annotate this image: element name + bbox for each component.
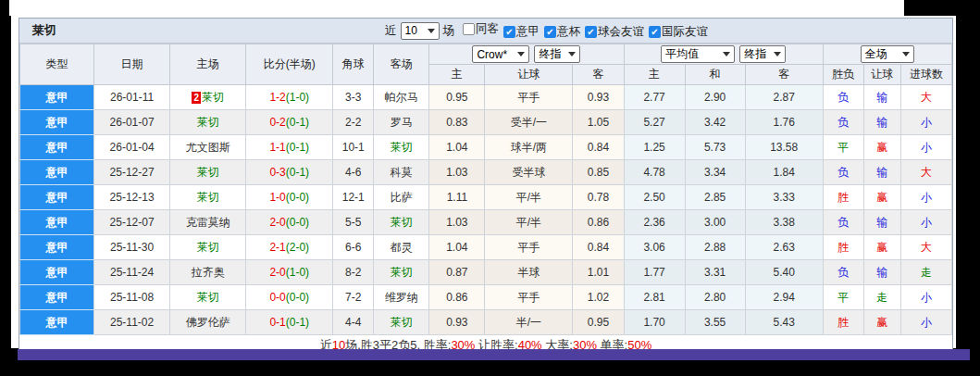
euro-home-odds: 4.78 <box>624 160 685 185</box>
score-cell: 0-2(0-1) <box>246 110 333 135</box>
asian-handicap: 平手 <box>485 85 573 110</box>
subcol-euro-home: 主 <box>624 65 685 85</box>
scope-select[interactable]: 全场 <box>861 45 914 63</box>
checkbox-unchecked-icon[interactable] <box>463 23 475 35</box>
filter-checkbox-item: ✔意杯 <box>544 24 580 40</box>
euro-away-odds: 3.38 <box>745 210 823 235</box>
result-wdl: 负 <box>823 110 863 135</box>
score-cell: 2-1(2-0) <box>246 235 333 260</box>
bookmaker-select-value: Crow* <box>477 48 507 61</box>
euro-away-odds: 2.94 <box>745 285 823 310</box>
asian-handicap: 受半/一 <box>485 110 573 135</box>
away-team-cell: 比萨 <box>374 185 429 210</box>
league-cell: 意甲 <box>20 185 94 210</box>
home-team-name: 拉齐奥 <box>192 266 225 279</box>
fulltime-score: 2-0 <box>269 266 285 279</box>
away-team-cell: 帕尔马 <box>374 85 429 110</box>
fulltime-score: 2-1 <box>269 241 285 254</box>
home-team-name: 尤文图斯 <box>186 141 230 154</box>
away-team-cell: 莱切 <box>374 210 429 235</box>
score-cell: 0-0(0-0) <box>246 285 333 310</box>
score-cell: 0-1(0-1) <box>246 310 333 335</box>
asian-handicap: 平/半 <box>485 210 573 235</box>
euro-final-select[interactable]: 终指 <box>739 45 786 63</box>
result-handicap: 输 <box>863 160 900 185</box>
checkbox-checked-icon[interactable]: ✔ <box>503 26 515 38</box>
asian-home-odds: 0.95 <box>429 85 485 110</box>
match-row: 意甲26-01-07莱切0-2(0-1)2-2罗马0.83受半/一1.055.2… <box>20 110 952 135</box>
asian-away-odds: 1.02 <box>573 285 624 310</box>
recent-count-select[interactable]: 10 <box>401 22 440 40</box>
asian-away-odds: 0.93 <box>573 85 624 110</box>
away-team-name: 比萨 <box>391 191 413 204</box>
asian-away-odds: 0.95 <box>573 310 624 335</box>
euro-home-odds: 3.06 <box>624 235 685 260</box>
result-wdl: 负 <box>823 85 863 110</box>
euro-average-select[interactable]: 平均值 <box>661 45 735 63</box>
asian-handicap: 半/一 <box>485 310 573 335</box>
asian-final-select[interactable]: 终指 <box>534 45 580 63</box>
date-cell: 25-11-08 <box>94 285 170 310</box>
away-team-name: 都灵 <box>391 241 413 254</box>
fulltime-score: 1-0 <box>269 191 285 204</box>
asian-handicap: 受半球 <box>485 160 573 185</box>
euro-draw-odds: 2.90 <box>685 85 745 110</box>
chevron-down-icon <box>428 29 435 33</box>
bookmaker-select[interactable]: Crow* <box>472 45 529 63</box>
corner-cell: 5-5 <box>333 210 374 235</box>
euro-draw-odds: 3.34 <box>685 160 745 185</box>
result-handicap: 输 <box>863 260 900 285</box>
home-team-cell: 莱切 <box>170 160 246 185</box>
asian-home-odds: 0.93 <box>429 310 485 335</box>
corner-cell: 2-2 <box>333 110 374 135</box>
league-cell: 意甲 <box>20 310 94 335</box>
asian-home-odds: 0.83 <box>429 110 485 135</box>
chevron-down-icon <box>517 52 525 56</box>
euro-odds-group-header: 平均值 终指 <box>624 44 823 65</box>
halftime-score: (0-0) <box>286 191 309 204</box>
asian-away-odds: 0.84 <box>573 135 624 160</box>
date-cell: 25-12-13 <box>94 185 170 210</box>
result-wdl: 胜 <box>823 185 863 210</box>
page-title-team: 莱切 <box>32 22 56 39</box>
home-team-cell: 拉齐奥 <box>170 260 246 285</box>
asian-home-odds: 1.03 <box>429 160 485 185</box>
chevron-down-icon <box>723 52 730 56</box>
away-team-cell: 都灵 <box>374 235 429 260</box>
result-goals: 小 <box>900 135 951 160</box>
result-goals: 小 <box>900 285 951 310</box>
date-cell: 26-01-04 <box>94 135 170 160</box>
score-cell: 1-2(1-0) <box>246 85 333 110</box>
asian-home-odds: 0.87 <box>429 260 485 285</box>
filter-checkbox-item: ✔国际友谊 <box>649 24 708 40</box>
league-cell: 意甲 <box>20 160 94 185</box>
asian-away-odds: 0.85 <box>573 160 624 185</box>
euro-home-odds: 1.70 <box>624 310 685 335</box>
league-cell: 意甲 <box>20 260 94 285</box>
away-team-cell: 莱切 <box>374 310 429 335</box>
result-handicap: 赢 <box>863 135 900 160</box>
euro-away-odds: 2.87 <box>745 85 823 110</box>
away-team-name: 罗马 <box>391 116 413 129</box>
euro-final-select-value: 终指 <box>744 46 766 62</box>
home-team-name: 莱切 <box>197 116 219 129</box>
checkbox-checked-icon[interactable]: ✔ <box>544 26 556 38</box>
match-history-panel: 莱切 近 10 场 同客✔意甲✔意杯✔球会友谊✔国际友谊 <box>11 16 956 348</box>
checkbox-label: 同客 <box>476 21 499 37</box>
halftime-score: (1-0) <box>286 91 309 104</box>
result-wdl: 平 <box>823 135 863 160</box>
subcol-euro-away: 客 <box>745 65 823 85</box>
asian-home-odds: 1.11 <box>429 185 485 210</box>
corner-cell: 7-2 <box>333 285 374 310</box>
checkbox-checked-icon[interactable]: ✔ <box>585 26 597 38</box>
away-team-name: 帕尔马 <box>385 91 418 104</box>
euro-home-odds: 1.25 <box>624 135 685 160</box>
date-cell: 25-11-02 <box>94 310 170 335</box>
away-team-name: 莱切 <box>391 316 413 329</box>
checkbox-checked-icon[interactable]: ✔ <box>649 26 661 38</box>
checkbox-group: 同客✔意甲✔意杯✔球会友谊✔国际友谊 <box>458 21 708 40</box>
subcol-asian-handicap: 让球 <box>485 65 573 85</box>
halftime-score: (0-0) <box>286 216 309 229</box>
result-handicap: 输 <box>863 110 900 135</box>
away-team-cell: 科莫 <box>374 160 429 185</box>
